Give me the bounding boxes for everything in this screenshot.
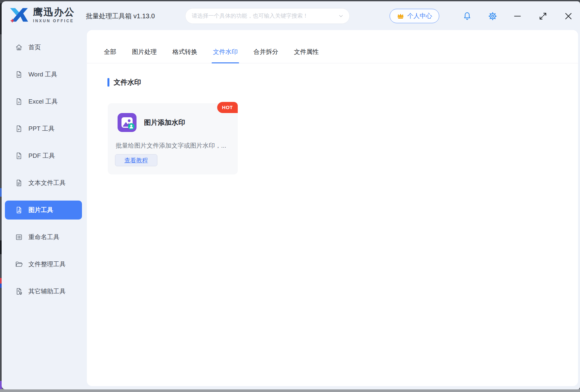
sidebar-item-file-organize-tools[interactable]: 文件整理工具 [5,255,82,274]
view-tutorial-button[interactable]: 查看教程 [115,154,157,166]
settings-button[interactable] [486,9,499,23]
logo-mark-icon [9,6,29,24]
card-title: 图片添加水印 [144,118,185,127]
section-title: 文件水印 [114,78,141,87]
svg-text:P: P [18,128,20,131]
close-icon [564,11,573,21]
svg-text:A: A [18,155,20,158]
sidebar-item-word-tools[interactable]: W Word 工具 [5,65,82,84]
app-title: 批量处理工具箱 v1.13.0 [86,1,155,31]
tab-format-convert[interactable]: 格式转换 [172,48,198,63]
close-button[interactable] [562,9,575,23]
logo-title: 鹰迅办公 [33,7,75,17]
sidebar-item-label: 重命名工具 [28,233,59,241]
sidebar: 首页 W Word 工具 X Excel 工具 P [2,31,87,389]
svg-text:X: X [18,101,20,104]
search-select[interactable] [185,8,350,24]
tab-file-attributes[interactable]: 文件属性 [293,48,319,63]
chevron-down-icon [338,13,344,19]
svg-text:W: W [18,74,20,77]
app-logo: 鹰迅办公 INXUN OFFICE [9,6,75,24]
user-center-button[interactable]: 个人中心 [390,9,439,23]
sidebar-item-label: 文本文件工具 [28,179,66,187]
sidebar-item-label: Excel 工具 [28,97,58,106]
text-file-icon [15,179,23,187]
sidebar-item-label: 其它辅助工具 [28,287,66,296]
home-icon [15,43,23,51]
minimize-button[interactable] [511,9,524,23]
rename-list-icon [15,233,23,241]
tab-file-watermark[interactable]: 文件水印 [212,48,238,63]
sidebar-item-label: 首页 [28,43,41,52]
hot-badge: HOT [217,102,238,113]
card-description: 批量给图片文件添加文字或图片水印，... [116,141,233,150]
sidebar-item-excel-tools[interactable]: X Excel 工具 [5,92,82,111]
section-header: 文件水印 [107,78,141,87]
gear-icon [488,11,497,21]
folder-open-icon [15,260,23,268]
sidebar-item-text-file-tools[interactable]: 文本文件工具 [5,173,82,192]
image-file-icon [15,206,23,214]
sidebar-item-misc-tools[interactable]: 其它辅助工具 [5,282,82,301]
main-panel: 全部 图片处理 格式转换 文件水印 合并拆分 文件属性 文件水印 HOT [87,30,578,386]
maximize-button[interactable] [536,9,549,23]
word-file-icon: W [15,71,23,78]
tab-bar: 全部 图片处理 格式转换 文件水印 合并拆分 文件属性 [87,30,578,63]
section-marker [107,78,109,87]
tab-merge-split[interactable]: 合并拆分 [253,48,279,63]
tab-image-processing[interactable]: 图片处理 [131,48,157,63]
crown-icon [397,12,404,20]
sidebar-item-home[interactable]: 首页 [5,38,82,57]
sidebar-item-label: Word 工具 [28,70,57,79]
bell-icon [462,11,472,21]
pdf-file-icon: A [15,152,23,160]
sidebar-item-pdf-tools[interactable]: A PDF 工具 [5,146,82,165]
image-watermark-icon [118,113,137,132]
sidebar-item-image-tools[interactable]: 图片工具 [5,201,82,220]
desktop-taskbar-edge [0,389,580,392]
sidebar-item-label: PDF 工具 [28,152,55,160]
sidebar-item-label: 图片工具 [28,206,53,214]
maximize-icon [538,11,548,21]
excel-file-icon: X [15,98,23,106]
notifications-button[interactable] [460,9,474,23]
sidebar-item-rename-tools[interactable]: 重命名工具 [5,228,82,247]
ppt-file-icon: P [15,125,23,133]
sidebar-item-label: 文件整理工具 [28,260,66,269]
minimize-icon [513,11,522,21]
user-center-label: 个人中心 [407,12,432,20]
sidebar-item-ppt-tools[interactable]: P PPT 工具 [5,119,82,138]
tab-all[interactable]: 全部 [103,48,117,63]
sidebar-item-label: PPT 工具 [28,124,55,133]
search-input[interactable] [192,13,338,19]
app-window: 鹰迅办公 INXUN OFFICE 批量处理工具箱 v1.13.0 个人中心 [2,1,580,389]
logo-subtitle: INXUN OFFICE [33,19,75,23]
top-bar: 鹰迅办公 INXUN OFFICE 批量处理工具箱 v1.13.0 个人中心 [2,1,580,31]
shield-file-icon [15,287,23,295]
tool-card-image-watermark[interactable]: HOT 图片添加水印 批量给图片文件添加文字或图片水印，... 查看教程 [108,103,238,174]
